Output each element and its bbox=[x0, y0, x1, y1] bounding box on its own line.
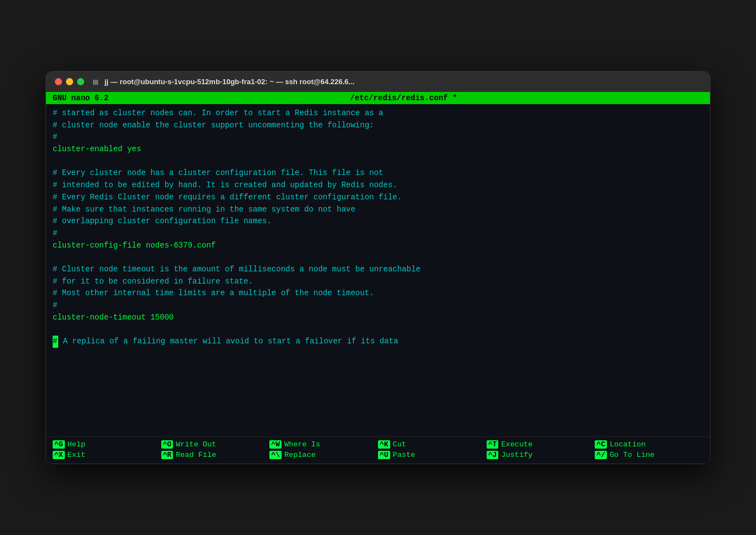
key-exit: ^X bbox=[53, 451, 65, 459]
line-3: # bbox=[53, 131, 703, 143]
label-write-out: Write Out bbox=[176, 440, 216, 449]
label-exit: Exit bbox=[68, 451, 85, 459]
nano-header: GNU nano 6.2 /etc/redis/redis.conf * bbox=[46, 92, 710, 104]
label-paste: Paste bbox=[393, 451, 416, 459]
footer-help[interactable]: ^G Help bbox=[53, 440, 161, 449]
label-read-file: Read File bbox=[176, 451, 216, 459]
key-paste: ^U bbox=[378, 451, 390, 459]
terminal-icon: ▤ bbox=[93, 77, 98, 86]
line-17: # bbox=[53, 300, 703, 312]
line-8: # Every Redis Cluster node requires a di… bbox=[53, 192, 703, 204]
minimize-button[interactable] bbox=[66, 78, 73, 85]
close-button[interactable] bbox=[55, 78, 62, 85]
label-cut: Cut bbox=[393, 440, 406, 449]
line-16: # Most other internal time limits are a … bbox=[53, 287, 703, 300]
line-1: # started as cluster nodes can. In order… bbox=[53, 107, 703, 120]
footer-read-file[interactable]: ^R Read File bbox=[161, 451, 270, 459]
footer-cut[interactable]: ^K Cut bbox=[378, 440, 487, 449]
line-2: # cluster node enable the cluster suppor… bbox=[53, 120, 703, 132]
line-11: # bbox=[53, 228, 703, 240]
line-15: # for it to be considered in failure sta… bbox=[53, 276, 703, 288]
line-7: # intended to be edited by hand. It is c… bbox=[53, 179, 703, 192]
title-bar: ▤ jj — root@ubuntu-s-1vcpu-512mb-10gb-fr… bbox=[46, 71, 710, 92]
label-go-to-line: Go To Line bbox=[610, 451, 655, 459]
label-help: Help bbox=[68, 440, 85, 449]
key-justify: ^J bbox=[487, 451, 499, 459]
label-where-is: Where Is bbox=[284, 440, 320, 449]
key-write-out: ^O bbox=[161, 440, 173, 449]
line-20: # A replica of a failing master will avo… bbox=[53, 336, 703, 348]
footer-justify[interactable]: ^J Justify bbox=[487, 451, 595, 459]
window-title: jj — root@ubuntu-s-1vcpu-512mb-10gb-fra1… bbox=[104, 78, 354, 86]
nano-filename: /etc/redis/redis.conf * bbox=[350, 94, 457, 102]
line-18: cluster-node-timeout 15000 bbox=[53, 312, 703, 324]
editor-body[interactable]: # started as cluster nodes can. In order… bbox=[46, 104, 710, 436]
footer-execute[interactable]: ^T Execute bbox=[487, 440, 595, 449]
line-6: # Every cluster node has a cluster confi… bbox=[53, 167, 703, 179]
maximize-button[interactable] bbox=[77, 78, 84, 85]
footer-replace[interactable]: ^\ Replace bbox=[269, 451, 378, 459]
label-execute: Execute bbox=[501, 440, 533, 449]
key-replace: ^\ bbox=[269, 451, 282, 459]
nano-version: GNU nano 6.2 bbox=[53, 94, 109, 102]
key-execute: ^T bbox=[487, 440, 499, 449]
footer-where-is[interactable]: ^W Where Is bbox=[269, 440, 378, 449]
key-location: ^C bbox=[595, 440, 607, 449]
line-19 bbox=[53, 323, 703, 336]
label-replace: Replace bbox=[284, 451, 316, 459]
terminal-window: ▤ jj — root@ubuntu-s-1vcpu-512mb-10gb-fr… bbox=[45, 71, 711, 464]
key-help: ^G bbox=[53, 440, 65, 449]
cursor: # bbox=[53, 336, 58, 348]
nano-footer: ^G Help ^O Write Out ^W Where Is ^K Cut … bbox=[46, 436, 710, 464]
label-justify: Justify bbox=[501, 451, 533, 459]
footer-write-out[interactable]: ^O Write Out bbox=[161, 440, 270, 449]
label-location: Location bbox=[610, 440, 646, 449]
traffic-lights bbox=[55, 78, 84, 85]
line-14: # Cluster node timeout is the amount of … bbox=[53, 264, 703, 276]
line-9: # Make sure that instances running in th… bbox=[53, 204, 703, 216]
key-read-file: ^R bbox=[161, 451, 173, 459]
line-13 bbox=[53, 251, 703, 264]
footer-exit[interactable]: ^X Exit bbox=[53, 451, 161, 459]
line-4: cluster-enabled yes bbox=[53, 143, 703, 156]
line-12: cluster-config-file nodes-6379.conf bbox=[53, 240, 703, 252]
key-cut: ^K bbox=[378, 440, 390, 449]
key-go-to-line: ^/ bbox=[595, 451, 607, 459]
footer-go-to-line[interactable]: ^/ Go To Line bbox=[595, 451, 703, 459]
footer-paste[interactable]: ^U Paste bbox=[378, 451, 487, 459]
line-5 bbox=[53, 156, 703, 168]
line-10: # overlapping cluster configuration file… bbox=[53, 215, 703, 228]
key-where-is: ^W bbox=[269, 440, 282, 449]
footer-location[interactable]: ^C Location bbox=[595, 440, 703, 449]
